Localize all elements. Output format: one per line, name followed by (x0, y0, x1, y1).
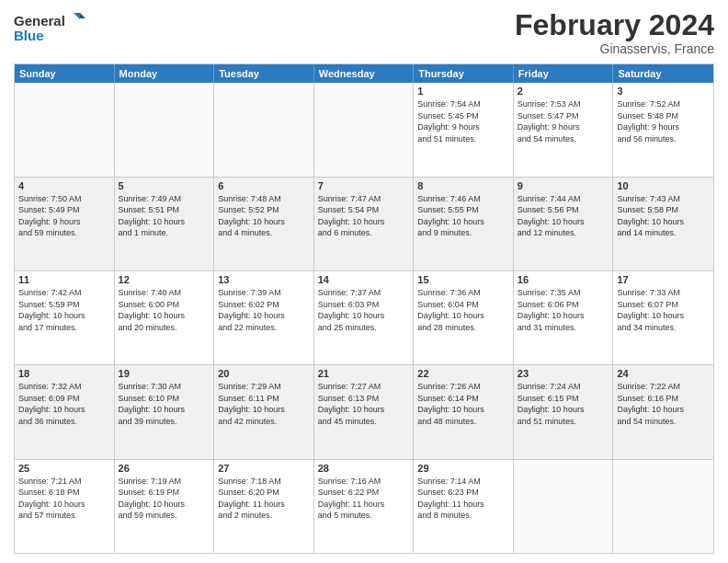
day-number: 12 (119, 274, 210, 285)
day-cell-10: 10Sunrise: 7:43 AMSunset: 5:58 PMDayligh… (613, 178, 713, 270)
day-info: Sunrise: 7:26 AMSunset: 6:14 PMDaylight:… (417, 381, 509, 427)
day-info: Sunrise: 7:43 AMSunset: 5:58 PMDaylight:… (617, 193, 710, 239)
day-info: Sunrise: 7:44 AMSunset: 5:56 PMDaylight:… (518, 193, 609, 239)
day-number: 25 (18, 463, 110, 474)
day-number: 26 (119, 463, 210, 474)
day-cell-22: 22Sunrise: 7:26 AMSunset: 6:14 PMDayligh… (414, 365, 514, 458)
day-info: Sunrise: 7:14 AMSunset: 6:23 PMDaylight:… (417, 476, 509, 522)
calendar-row-3: 11Sunrise: 7:42 AMSunset: 5:59 PMDayligh… (15, 270, 713, 364)
header-cell-sunday: Sunday (15, 64, 115, 83)
day-cell-13: 13Sunrise: 7:39 AMSunset: 6:02 PMDayligh… (214, 271, 314, 364)
day-cell-29: 29Sunrise: 7:14 AMSunset: 6:23 PMDayligh… (414, 460, 514, 553)
day-number: 15 (417, 274, 509, 285)
header-cell-friday: Friday (514, 64, 614, 83)
day-number: 7 (318, 180, 410, 191)
empty-cell (15, 83, 115, 176)
day-cell-5: 5Sunrise: 7:49 AMSunset: 5:51 PMDaylight… (115, 178, 215, 270)
day-info: Sunrise: 7:39 AMSunset: 6:02 PMDaylight:… (218, 287, 310, 333)
day-cell-9: 9Sunrise: 7:44 AMSunset: 5:56 PMDaylight… (514, 178, 614, 270)
day-cell-14: 14Sunrise: 7:37 AMSunset: 6:03 PMDayligh… (314, 271, 415, 364)
day-cell-1: 1Sunrise: 7:54 AMSunset: 5:45 PMDaylight… (414, 83, 514, 176)
logo-svg: General Blue (14, 9, 87, 46)
day-info: Sunrise: 7:47 AMSunset: 5:54 PMDaylight:… (318, 193, 410, 239)
empty-cell (314, 83, 415, 176)
day-number: 6 (218, 180, 310, 191)
day-number: 1 (417, 86, 509, 97)
day-info: Sunrise: 7:27 AMSunset: 6:13 PMDaylight:… (318, 381, 410, 427)
day-number: 19 (119, 368, 210, 379)
svg-text:General: General (14, 13, 65, 29)
day-info: Sunrise: 7:22 AMSunset: 6:16 PMDaylight:… (617, 381, 710, 427)
month-title: February 2024 (515, 9, 714, 41)
day-info: Sunrise: 7:54 AMSunset: 5:45 PMDaylight:… (417, 98, 509, 144)
empty-cell (613, 460, 713, 553)
day-cell-11: 11Sunrise: 7:42 AMSunset: 5:59 PMDayligh… (15, 271, 115, 364)
day-info: Sunrise: 7:33 AMSunset: 6:07 PMDaylight:… (617, 287, 710, 333)
empty-cell (214, 83, 314, 176)
day-info: Sunrise: 7:30 AMSunset: 6:10 PMDaylight:… (119, 381, 210, 427)
day-cell-2: 2Sunrise: 7:53 AMSunset: 5:47 PMDaylight… (514, 83, 614, 176)
day-info: Sunrise: 7:37 AMSunset: 6:03 PMDaylight:… (318, 287, 410, 333)
day-number: 17 (617, 274, 710, 285)
day-cell-19: 19Sunrise: 7:30 AMSunset: 6:10 PMDayligh… (115, 365, 215, 458)
calendar: SundayMondayTuesdayWednesdayThursdayFrid… (14, 63, 714, 554)
day-number: 4 (18, 180, 110, 191)
svg-text:Blue: Blue (14, 28, 44, 43)
day-cell-27: 27Sunrise: 7:18 AMSunset: 6:20 PMDayligh… (214, 460, 314, 553)
day-info: Sunrise: 7:24 AMSunset: 6:15 PMDaylight:… (518, 381, 609, 427)
day-info: Sunrise: 7:42 AMSunset: 5:59 PMDaylight:… (18, 287, 110, 333)
empty-cell (115, 83, 215, 176)
day-number: 10 (617, 180, 710, 191)
day-info: Sunrise: 7:48 AMSunset: 5:52 PMDaylight:… (218, 193, 310, 239)
day-info: Sunrise: 7:16 AMSunset: 6:22 PMDaylight:… (318, 476, 410, 522)
day-info: Sunrise: 7:18 AMSunset: 6:20 PMDaylight:… (218, 476, 310, 522)
day-info: Sunrise: 7:50 AMSunset: 5:49 PMDaylight:… (18, 193, 110, 239)
day-cell-12: 12Sunrise: 7:40 AMSunset: 6:00 PMDayligh… (115, 271, 215, 364)
day-number: 20 (218, 368, 310, 379)
day-cell-28: 28Sunrise: 7:16 AMSunset: 6:22 PMDayligh… (314, 460, 415, 553)
day-info: Sunrise: 7:40 AMSunset: 6:00 PMDaylight:… (119, 287, 210, 333)
day-cell-18: 18Sunrise: 7:32 AMSunset: 6:09 PMDayligh… (15, 365, 115, 458)
day-number: 8 (417, 180, 509, 191)
day-cell-3: 3Sunrise: 7:52 AMSunset: 5:48 PMDaylight… (613, 83, 713, 176)
day-number: 21 (318, 368, 410, 379)
day-cell-20: 20Sunrise: 7:29 AMSunset: 6:11 PMDayligh… (214, 365, 314, 458)
day-info: Sunrise: 7:53 AMSunset: 5:47 PMDaylight:… (518, 98, 609, 144)
day-cell-16: 16Sunrise: 7:35 AMSunset: 6:06 PMDayligh… (514, 271, 614, 364)
day-info: Sunrise: 7:35 AMSunset: 6:06 PMDaylight:… (518, 287, 609, 333)
svg-marker-1 (74, 13, 80, 19)
day-info: Sunrise: 7:49 AMSunset: 5:51 PMDaylight:… (119, 193, 210, 239)
day-cell-24: 24Sunrise: 7:22 AMSunset: 6:16 PMDayligh… (613, 365, 713, 458)
day-cell-26: 26Sunrise: 7:19 AMSunset: 6:19 PMDayligh… (115, 460, 215, 553)
day-number: 27 (218, 463, 310, 474)
page-header: General Blue February 2024 Ginasservis, … (14, 9, 714, 56)
day-number: 13 (218, 274, 310, 285)
day-info: Sunrise: 7:52 AMSunset: 5:48 PMDaylight:… (617, 98, 710, 144)
day-number: 24 (617, 368, 710, 379)
day-number: 2 (518, 86, 609, 97)
title-block: February 2024 Ginasservis, France (515, 9, 714, 56)
day-number: 16 (518, 274, 609, 285)
day-cell-21: 21Sunrise: 7:27 AMSunset: 6:13 PMDayligh… (314, 365, 415, 458)
day-number: 5 (119, 180, 210, 191)
day-info: Sunrise: 7:21 AMSunset: 6:18 PMDaylight:… (18, 476, 110, 522)
day-cell-8: 8Sunrise: 7:46 AMSunset: 5:55 PMDaylight… (414, 178, 514, 270)
header-cell-tuesday: Tuesday (214, 64, 314, 83)
day-number: 11 (18, 274, 110, 285)
day-info: Sunrise: 7:32 AMSunset: 6:09 PMDaylight:… (18, 381, 110, 427)
day-info: Sunrise: 7:46 AMSunset: 5:55 PMDaylight:… (417, 193, 509, 239)
day-cell-7: 7Sunrise: 7:47 AMSunset: 5:54 PMDaylight… (314, 178, 415, 270)
calendar-row-2: 4Sunrise: 7:50 AMSunset: 5:49 PMDaylight… (15, 177, 713, 270)
day-cell-25: 25Sunrise: 7:21 AMSunset: 6:18 PMDayligh… (15, 460, 115, 553)
day-number: 22 (417, 368, 509, 379)
day-cell-23: 23Sunrise: 7:24 AMSunset: 6:15 PMDayligh… (514, 365, 614, 458)
day-cell-6: 6Sunrise: 7:48 AMSunset: 5:52 PMDaylight… (214, 178, 314, 270)
day-number: 18 (18, 368, 110, 379)
calendar-row-4: 18Sunrise: 7:32 AMSunset: 6:09 PMDayligh… (15, 364, 713, 458)
header-cell-saturday: Saturday (613, 64, 713, 83)
day-number: 29 (417, 463, 509, 474)
day-number: 14 (318, 274, 410, 285)
empty-cell (514, 460, 614, 553)
logo: General Blue (14, 9, 87, 46)
calendar-body: 1Sunrise: 7:54 AMSunset: 5:45 PMDaylight… (15, 83, 713, 553)
